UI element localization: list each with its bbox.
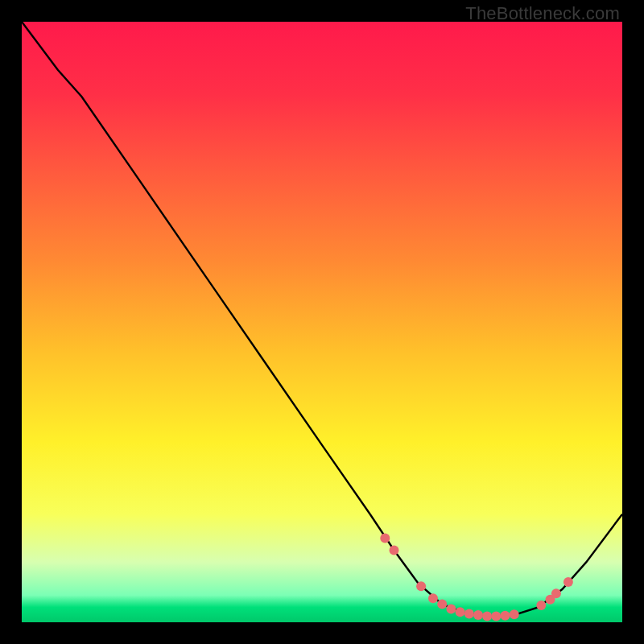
data-marker [501, 611, 510, 621]
data-marker [380, 534, 390, 543]
data-marker [446, 605, 456, 614]
watermark-text: TheBottleneck.com [465, 3, 620, 24]
data-marker [510, 609, 519, 619]
data-marker [536, 601, 546, 610]
bottleneck-chart [22, 22, 622, 622]
data-marker [491, 612, 501, 621]
data-marker [390, 546, 399, 555]
data-marker [464, 609, 474, 619]
chart-frame [22, 22, 622, 622]
chart-background [22, 22, 622, 622]
data-marker [473, 610, 483, 620]
data-marker [456, 607, 465, 617]
data-marker [437, 600, 447, 609]
data-marker [482, 612, 492, 621]
data-marker [564, 577, 573, 587]
data-marker [551, 588, 561, 598]
data-marker [416, 581, 426, 591]
data-marker [428, 593, 438, 603]
